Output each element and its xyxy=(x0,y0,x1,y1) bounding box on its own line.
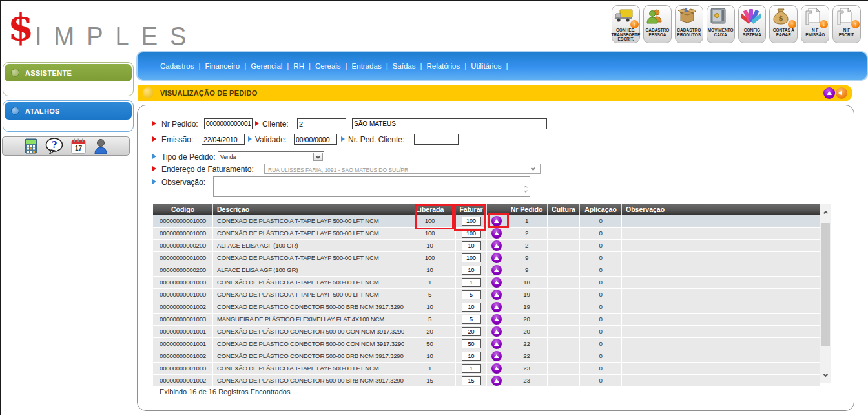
faturar-qty-input[interactable] xyxy=(462,364,481,373)
table-row[interactable]: 00000000001000CONEXÃO DE PLÁSTICO A T-TA… xyxy=(153,363,820,375)
transfer-action-icon[interactable] xyxy=(491,314,502,325)
assistente-header[interactable]: ASSISTENTE xyxy=(5,64,132,81)
transfer-action-icon[interactable] xyxy=(491,351,502,361)
cell-observacao xyxy=(622,252,820,264)
collapse-button[interactable] xyxy=(823,87,835,99)
logo-text: IMPLES xyxy=(35,22,198,51)
transfer-action-icon[interactable] xyxy=(491,253,502,263)
nr-pedido-input[interactable] xyxy=(204,118,253,129)
menu-item-utilitarios[interactable]: Utilitários xyxy=(471,62,501,70)
table-row[interactable]: 00000000000200ALFACE ELISA AGF (100 GR)1… xyxy=(153,240,820,252)
table-row[interactable]: 00000000001001CONEXÃO DE PLÁSTICO CONECT… xyxy=(153,338,820,350)
menu-item-saidas[interactable]: Saídas xyxy=(393,62,416,70)
nr-ped-cliente-input[interactable] xyxy=(414,134,459,145)
observacao-textarea[interactable] xyxy=(213,176,530,197)
menu-item-gerencial[interactable]: Gerencial xyxy=(251,62,282,70)
column-header-Código[interactable]: Código xyxy=(153,204,213,215)
column-header-Cultura[interactable]: Cultura xyxy=(548,204,580,215)
transfer-action-icon[interactable] xyxy=(491,363,502,374)
cell-cultura xyxy=(548,228,580,239)
transfer-action-icon[interactable] xyxy=(491,277,502,288)
toolbar-button-nf-emissao[interactable]: ↓N FEMISSÃO xyxy=(801,5,829,43)
cell-action xyxy=(487,289,506,301)
toolbar-button-config-sistema[interactable]: CONFIGSISTEMA xyxy=(738,5,767,43)
arrow-up-badge-icon: ↑ xyxy=(788,20,796,28)
column-header-Aplicação[interactable]: Aplicação xyxy=(580,204,622,215)
faturar-qty-input[interactable] xyxy=(462,352,481,361)
menu-items: Cadastros|Financeiro|Gerencial|RH|Cereai… xyxy=(160,62,513,70)
toolbar-button-contas-a-pagar[interactable]: $↑CONTAS APAGAR xyxy=(769,5,798,43)
column-header-Descrição[interactable]: Descrição xyxy=(213,204,404,215)
table-row[interactable]: 00000000001002CONEXÃO DE PLÁSTICO CONECT… xyxy=(153,301,820,314)
scrollbar-down-icon[interactable] xyxy=(820,368,831,379)
faturar-qty-input[interactable] xyxy=(462,290,481,299)
cell-aplicacao: 0 xyxy=(580,215,622,227)
cell-action xyxy=(487,314,506,325)
column-header-Nr Pedido[interactable]: Nr Pedido xyxy=(506,204,548,215)
menu-item-entradas[interactable]: Entradas xyxy=(352,62,382,70)
up-triangle-icon xyxy=(494,281,499,284)
validade-input[interactable] xyxy=(294,134,337,145)
cell-faturar xyxy=(456,264,487,276)
table-row[interactable]: 00000000001000CONEXÃO DE PLÁSTICO A T-TA… xyxy=(153,228,820,240)
faturar-qty-input[interactable] xyxy=(462,339,481,348)
transfer-action-icon[interactable] xyxy=(491,265,502,275)
cell-action xyxy=(487,350,506,362)
faturar-qty-input[interactable] xyxy=(462,303,481,312)
faturar-qty-input[interactable] xyxy=(462,376,481,385)
scrollbar-up-icon[interactable] xyxy=(820,207,831,217)
scrollbar-thumb[interactable] xyxy=(822,223,830,346)
faturar-qty-input[interactable] xyxy=(462,327,481,336)
faturar-qty-input[interactable] xyxy=(462,278,481,287)
faturar-qty-input[interactable] xyxy=(462,266,481,275)
column-header-Observação[interactable]: Observação xyxy=(622,204,820,215)
toolbar-button-conhec-transporte-escrit[interactable]: ↑CONHEC.TRANSPORTEESCRIT. xyxy=(612,5,640,43)
menu-item-relatorios[interactable]: Relatórios xyxy=(426,62,460,70)
cliente-name-input[interactable] xyxy=(352,118,547,129)
transfer-action-icon[interactable] xyxy=(491,302,502,312)
tipo-pedido-dropdown-icon[interactable] xyxy=(313,153,323,161)
table-row[interactable]: 00000000001000CONEXÃO DE PLÁSTICO A T-TA… xyxy=(153,289,820,301)
transfer-action-icon[interactable] xyxy=(491,290,502,300)
transfer-action-icon[interactable] xyxy=(491,240,502,251)
calculator-icon[interactable] xyxy=(25,138,37,154)
toolbar-button-nf-escrit[interactable]: ↑N FESCRIT. xyxy=(832,5,861,43)
validade-label: Validade: xyxy=(255,135,287,144)
table-row[interactable]: 00000000001002CONEXÃO DE PLÁSTICO CONECT… xyxy=(153,375,820,386)
user-icon[interactable] xyxy=(94,138,108,154)
transfer-action-icon[interactable] xyxy=(491,228,502,239)
faturar-qty-input[interactable] xyxy=(462,315,481,324)
transfer-action-icon[interactable] xyxy=(491,326,502,337)
menu-item-cereais[interactable]: Cereais xyxy=(315,62,341,70)
menu-item-cadastros[interactable]: Cadastros xyxy=(160,62,194,70)
toolbar-button-cadastro-pessoa[interactable]: CADASTROPESSOA xyxy=(643,5,672,43)
faturar-qty-input[interactable] xyxy=(462,241,481,250)
table-row[interactable]: 00000000001000CONEXÃO DE PLÁSTICO A T-TA… xyxy=(153,277,820,289)
menu-item-rh[interactable]: RH xyxy=(293,62,304,70)
table-row[interactable]: 00000000001003MANGUEIRA DE PLÁSTICO FLEX… xyxy=(153,314,820,326)
faturar-qty-input[interactable] xyxy=(462,253,481,262)
table-row[interactable]: 00000000001000CONEXÃO DE PLÁSTICO A T-TA… xyxy=(153,215,820,228)
cell-action xyxy=(487,301,506,313)
transfer-action-icon[interactable] xyxy=(491,339,502,349)
back-button[interactable] xyxy=(836,87,847,99)
cell-aplicacao: 0 xyxy=(580,375,622,386)
endereco-faturamento-select[interactable]: RUA ULISSES FARIA, 1091 - SÃO MATEUS DO … xyxy=(264,164,541,174)
menu-item-financeiro[interactable]: Financeiro xyxy=(205,62,240,70)
cliente-code-input[interactable] xyxy=(297,118,346,129)
cell-aplicacao: 0 xyxy=(580,240,622,251)
atalhos-header[interactable]: ATALHOS xyxy=(5,102,132,120)
calendar-icon[interactable]: 17 xyxy=(71,138,86,154)
table-row[interactable]: 00000000001000CONEXÃO DE PLÁSTICO A T-TA… xyxy=(153,252,820,264)
toolbar-button-cadastro-produtos[interactable]: CADASTROPRODUTOS xyxy=(675,5,703,43)
table-row[interactable]: 00000000001002CONEXÃO DE PLÁSTICO CONECT… xyxy=(153,350,820,363)
transfer-action-icon[interactable] xyxy=(491,376,502,386)
table-row[interactable]: 00000000001001CONEXÃO DE PLÁSTICO CONECT… xyxy=(153,326,820,338)
emissao-input[interactable] xyxy=(202,134,245,145)
cell-action xyxy=(487,264,506,276)
help-icon[interactable]: ? xyxy=(45,138,63,154)
toolbar-button-movimento-caixa[interactable]: MOVIMENTOCAIXA xyxy=(707,5,735,43)
table-row[interactable]: 00000000000200ALFACE ELISA AGF (100 GR)1… xyxy=(153,264,820,277)
table-scrollbar[interactable] xyxy=(820,204,831,383)
tipo-pedido-select[interactable]: Venda xyxy=(218,151,324,162)
